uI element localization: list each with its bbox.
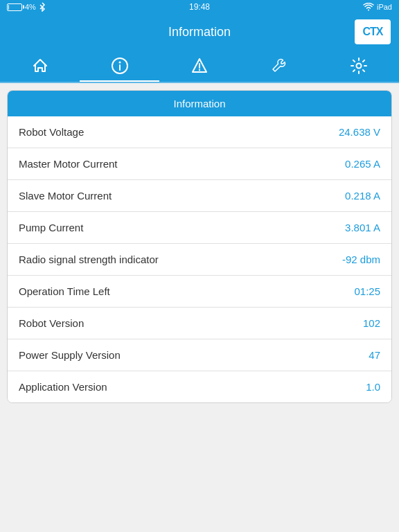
- row-label: Radio signal strength indicator: [19, 254, 159, 265]
- nav-tabs: [0, 50, 399, 83]
- tab-warning[interactable]: [159, 50, 239, 82]
- tab-settings[interactable]: [319, 50, 399, 82]
- row-label: Pump Current: [19, 222, 83, 233]
- svg-point-1: [118, 62, 121, 64]
- row-label: Application Version: [19, 381, 107, 393]
- row-label: Operation Time Left: [19, 285, 110, 297]
- row-label: Robot Voltage: [19, 126, 84, 138]
- row-value: 1.0: [366, 381, 380, 393]
- brand-logo: CTX: [355, 19, 391, 44]
- row-label: Power Supply Version: [19, 349, 121, 361]
- table-row: Pump Current3.801 A: [8, 212, 391, 244]
- battery-percent: 4%: [25, 3, 36, 11]
- svg-point-5: [357, 64, 362, 69]
- table-row: Robot Voltage24.638 V: [8, 116, 391, 148]
- svg-point-4: [199, 69, 200, 71]
- wrench-icon: [269, 56, 289, 76]
- row-value: 0.218 A: [345, 190, 380, 202]
- card-title: Information: [173, 98, 225, 109]
- main-content: Information Robot Voltage24.638 VMaster …: [0, 83, 399, 410]
- table-row: Application Version1.0: [8, 371, 391, 402]
- home-icon: [30, 56, 50, 76]
- row-value: 0.265 A: [345, 158, 380, 170]
- info-card-header: Information: [8, 91, 391, 116]
- table-row: Radio signal strength indicator-92 dbm: [8, 244, 391, 276]
- tab-information[interactable]: [80, 50, 159, 82]
- row-value: -92 dbm: [342, 254, 380, 265]
- row-label: Slave Motor Current: [19, 190, 112, 202]
- row-value: 24.638 V: [339, 126, 380, 138]
- table-row: Robot Version102: [8, 308, 391, 339]
- battery-fill: [8, 5, 9, 10]
- row-value: 01:25: [354, 285, 380, 297]
- information-icon: [110, 56, 130, 76]
- table-row: Power Supply Version47: [8, 339, 391, 371]
- wifi-icon: [363, 3, 374, 11]
- row-value: 3.801 A: [345, 222, 380, 233]
- status-bar: 4% 19:48 iPad: [0, 0, 399, 14]
- tab-tools[interactable]: [240, 50, 319, 82]
- status-bar-left: 4%: [7, 2, 46, 12]
- table-row: Operation Time Left01:25: [8, 276, 391, 308]
- device-label: iPad: [377, 3, 392, 11]
- warning-icon: [190, 56, 209, 76]
- bluetooth-icon: [39, 2, 46, 12]
- table-row: Master Motor Current0.265 A: [8, 148, 391, 180]
- row-label: Master Motor Current: [19, 158, 118, 170]
- battery-icon: [7, 3, 22, 11]
- app-header: Information CTX: [0, 14, 399, 50]
- info-rows-container: Robot Voltage24.638 VMaster Motor Curren…: [8, 116, 391, 402]
- info-card: Information Robot Voltage24.638 VMaster …: [7, 90, 392, 403]
- status-bar-right: iPad: [363, 3, 392, 11]
- page-title: Information: [168, 25, 231, 39]
- table-row: Slave Motor Current0.218 A: [8, 180, 391, 212]
- row-value: 102: [363, 317, 380, 329]
- row-value: 47: [369, 349, 380, 361]
- settings-icon: [349, 56, 369, 76]
- row-label: Robot Version: [19, 317, 84, 329]
- status-time: 19:48: [189, 2, 210, 12]
- tab-home[interactable]: [0, 50, 80, 82]
